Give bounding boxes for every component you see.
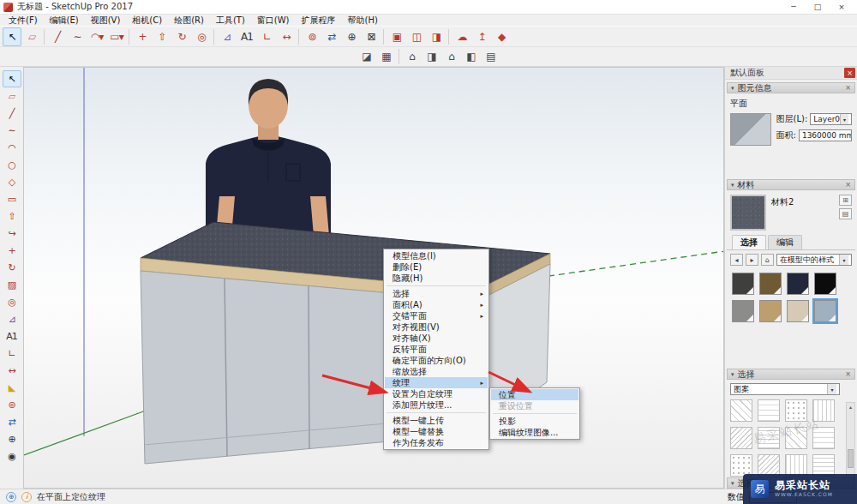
- circle-tool-icon[interactable]: ○: [3, 156, 21, 173]
- section-close-icon[interactable]: ×: [845, 370, 851, 378]
- pushpull-tool-icon[interactable]: ⇧: [153, 27, 171, 46]
- menu-item[interactable]: 扩展程序: [296, 15, 342, 27]
- eraser-tool-icon[interactable]: ▱: [22, 27, 41, 46]
- material-swatch[interactable]: [732, 273, 754, 295]
- layer-dropdown[interactable]: Layer0 ▾: [810, 113, 852, 125]
- material-swatch[interactable]: [759, 300, 782, 322]
- material-swatch[interactable]: [787, 273, 809, 295]
- select-section-header[interactable]: ▾ 选择 ×: [727, 369, 855, 380]
- materials-tab[interactable]: 选择: [732, 235, 766, 249]
- orbit-tool-icon[interactable]: ⊚: [3, 396, 21, 413]
- scale-tool-icon[interactable]: ▨: [3, 276, 21, 293]
- context-menu-item[interactable]: 面积(A) ▸: [385, 299, 488, 310]
- pattern-swatch[interactable]: [730, 399, 752, 422]
- left-view-icon[interactable]: ◧: [462, 47, 481, 66]
- credits-icon[interactable]: i: [21, 492, 32, 502]
- material-swatch[interactable]: [787, 300, 809, 322]
- context-menu-item[interactable]: 设置为自定纹理: [385, 388, 488, 399]
- context-menu-item[interactable]: 添加照片纹理...: [385, 399, 488, 411]
- person-figure[interactable]: [206, 79, 331, 239]
- context-menu-item[interactable]: 对齐视图(V): [385, 321, 488, 333]
- section-close-icon[interactable]: ×: [845, 84, 851, 92]
- dimension-tool-icon[interactable]: ↔: [277, 27, 296, 46]
- forward-arrow-button[interactable]: ▸: [746, 254, 758, 266]
- front-view-icon[interactable]: ⌂: [403, 47, 422, 66]
- materials-header[interactable]: ▾ 材料 ×: [727, 179, 855, 190]
- move-tool-icon[interactable]: +: [133, 27, 152, 46]
- create-material-button[interactable]: ⊞: [839, 195, 852, 206]
- rectangle-tool-icon[interactable]: ▭: [3, 190, 21, 207]
- pattern-swatch[interactable]: [730, 427, 752, 449]
- polygon-tool-icon[interactable]: ◇: [3, 173, 21, 190]
- close-button[interactable]: ×: [830, 0, 854, 14]
- right-view-icon[interactable]: ◨: [423, 47, 441, 66]
- menu-item[interactable]: 视图(V): [85, 15, 127, 27]
- zoom-tool-icon[interactable]: ⊕: [342, 27, 361, 46]
- context-menu-item[interactable]: 模型一键替换: [385, 426, 488, 437]
- scroll-up-icon[interactable]: ▴: [849, 404, 852, 410]
- pan-tool-icon[interactable]: ⇄: [3, 413, 21, 430]
- context-menu-item[interactable]: 对齐轴(X): [385, 333, 488, 344]
- pattern-swatch[interactable]: [785, 427, 807, 449]
- followme-tool-icon[interactable]: ↪: [3, 225, 21, 242]
- menu-item[interactable]: 绘图(R): [168, 15, 210, 27]
- context-menu-item[interactable]: 删除(E): [385, 261, 488, 273]
- zoom-tool-icon[interactable]: ⊕: [3, 430, 21, 447]
- warehouse-icon[interactable]: ▣: [387, 27, 406, 46]
- print-icon[interactable]: ▤: [482, 47, 500, 66]
- dimension-tool-icon[interactable]: ↔: [3, 362, 21, 379]
- pattern-swatch[interactable]: [812, 399, 835, 422]
- drawing-canvas[interactable]: [23, 67, 724, 489]
- rotate-tool-icon[interactable]: ↻: [3, 259, 21, 276]
- context-menu-item[interactable]: 反转平面: [385, 344, 488, 355]
- menu-item[interactable]: 编辑(E): [44, 15, 85, 27]
- menu-item[interactable]: 帮助(H): [342, 15, 384, 27]
- panel-close-button[interactable]: ×: [844, 68, 855, 78]
- pattern-swatch[interactable]: [785, 399, 807, 422]
- pattern-swatch[interactable]: [758, 399, 780, 422]
- arc-tool-icon[interactable]: ◠: [3, 139, 21, 156]
- tape-measure-tool-icon[interactable]: ⊿: [3, 310, 21, 327]
- walk-tool-icon[interactable]: ◉: [3, 447, 21, 465]
- material-swatch[interactable]: [732, 300, 754, 322]
- pattern-swatch[interactable]: [812, 427, 835, 449]
- line-tool-icon[interactable]: ╱: [48, 27, 67, 46]
- top-view-icon[interactable]: ▦: [377, 47, 396, 66]
- cloud-upload-icon[interactable]: ☁: [452, 27, 471, 46]
- materials-tab[interactable]: 编辑: [768, 235, 802, 249]
- pushpull-tool-icon[interactable]: ⇧: [3, 207, 21, 225]
- materials-collection-dropdown[interactable]: 在模型中的样式 ▾: [776, 254, 852, 266]
- pan-tool-icon[interactable]: ⇄: [322, 27, 341, 46]
- context-menu-item[interactable]: 模型一键上传: [385, 415, 488, 426]
- minimize-button[interactable]: ─: [782, 0, 806, 14]
- context-menu-item[interactable]: 隐藏(H): [385, 273, 488, 284]
- submenu-item[interactable]: 编辑纹理图像...: [491, 427, 578, 438]
- material-swatch[interactable]: [814, 273, 836, 295]
- freehand-tool-icon[interactable]: ∼: [68, 27, 87, 46]
- axes-tool-icon[interactable]: ∟: [3, 345, 21, 362]
- material-swatch[interactable]: [814, 300, 836, 322]
- scrollbar-thumb[interactable]: [848, 449, 854, 468]
- context-menu-item[interactable]: 纹理 ▸: [385, 377, 488, 388]
- context-menu-item[interactable]: 缩放选择: [385, 366, 488, 377]
- material-swatch[interactable]: [759, 273, 782, 295]
- paint-bucket-tool-icon[interactable]: ◣: [3, 379, 21, 396]
- in-model-button[interactable]: ⌂: [761, 254, 774, 266]
- text-tool-icon[interactable]: A1: [237, 27, 256, 46]
- components-icon[interactable]: ◫: [407, 27, 426, 46]
- tape-measure-tool-icon[interactable]: ⊿: [218, 27, 237, 46]
- submenu-item[interactable]: 投影: [491, 416, 578, 427]
- context-menu-item[interactable]: 确定平面的方向(O): [385, 355, 488, 366]
- styles-icon[interactable]: ◨: [427, 27, 446, 46]
- shapes-tool-icon[interactable]: ▭▾: [107, 27, 126, 46]
- material-display-button[interactable]: ▤: [839, 208, 852, 219]
- maximize-button[interactable]: □: [806, 0, 830, 14]
- arc-tool-icon[interactable]: ◠▾: [87, 27, 106, 46]
- context-menu-item[interactable]: 交错平面 ▸: [385, 310, 488, 321]
- geolocation-icon[interactable]: ⊕: [6, 492, 16, 502]
- submenu-item[interactable]: 位置: [491, 389, 578, 400]
- context-menu-item[interactable]: 选择 ▸: [385, 288, 488, 299]
- extension-icon[interactable]: ◆: [492, 27, 511, 46]
- pattern-collection-dropdown[interactable]: 图案 ▾: [730, 383, 840, 395]
- text-tool-icon[interactable]: A1: [3, 327, 21, 345]
